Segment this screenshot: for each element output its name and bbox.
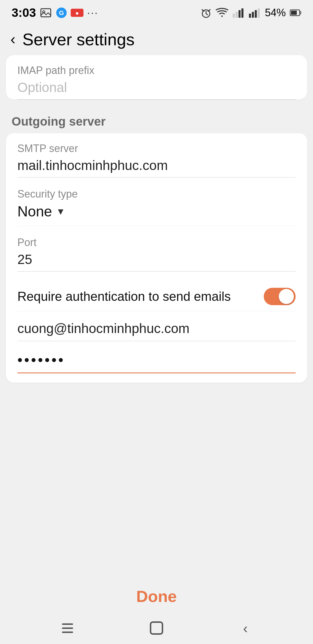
outgoing-server-heading: Outgoing server (0, 106, 313, 133)
port-field: Port 25 (17, 236, 296, 272)
back-button-nav[interactable]: ‹ (234, 619, 257, 637)
home-icon (150, 621, 163, 635)
imap-card: IMAP path prefix Optional (6, 55, 307, 100)
gps-icon: G (55, 6, 68, 19)
imap-prefix-field: IMAP path prefix Optional (17, 64, 296, 100)
svg-rect-10 (241, 8, 243, 18)
smtp-server-label: SMTP server (17, 142, 296, 155)
imap-prefix-input[interactable]: Optional (17, 79, 296, 100)
require-auth-label: Require authentication to send emails (17, 288, 264, 305)
username-field: cuong@tinhocminhphuc.com (17, 321, 296, 341)
signal-icon (232, 7, 245, 18)
security-type-label: Security type (17, 188, 296, 200)
status-icons: G ■ ··· (39, 6, 99, 19)
top-bar: ‹ Server settings (0, 23, 313, 55)
more-icon: ··· (86, 6, 99, 19)
outgoing-server-card: SMTP server mail.tinhocminhphuc.com Secu… (6, 133, 307, 383)
svg-rect-14 (258, 8, 260, 18)
done-button[interactable]: Done (136, 587, 177, 606)
smtp-server-field: SMTP server mail.tinhocminhphuc.com (17, 142, 296, 178)
bottom-nav: ‹ (0, 612, 313, 644)
chevron-down-icon: ▼ (56, 206, 65, 217)
home-button[interactable] (145, 619, 168, 637)
page-title: Server settings (22, 30, 134, 49)
require-auth-row[interactable]: Require authentication to send emails (17, 282, 296, 311)
svg-text:■: ■ (76, 11, 79, 16)
status-bar-left: 3:03 G ■ (12, 6, 99, 20)
wifi-icon (216, 7, 228, 18)
svg-rect-9 (239, 10, 241, 18)
recent-apps-button[interactable] (56, 619, 79, 637)
battery-percent: 54% (265, 7, 286, 19)
status-time: 3:03 (12, 6, 36, 20)
svg-rect-13 (255, 10, 257, 18)
security-type-dropdown[interactable]: None ▼ (17, 203, 296, 226)
svg-rect-16 (291, 11, 297, 15)
status-bar-right: 54% (201, 7, 301, 19)
security-type-value: None (17, 203, 52, 220)
status-bar: 3:03 G ■ (0, 0, 313, 23)
svg-rect-11 (249, 14, 251, 18)
port-label: Port (17, 236, 296, 249)
username-input[interactable]: cuong@tinhocminhphuc.com (17, 321, 296, 341)
svg-rect-0 (41, 9, 51, 17)
done-button-area: Done (0, 580, 313, 612)
svg-rect-7 (233, 14, 235, 18)
imap-prefix-label: IMAP path prefix (17, 64, 296, 77)
smtp-server-input[interactable]: mail.tinhocminhphuc.com (17, 158, 296, 178)
toggle-knob (279, 289, 294, 304)
svg-text:G: G (59, 9, 64, 17)
back-button[interactable]: ‹ (10, 32, 15, 47)
password-field: ••••••• (17, 352, 296, 373)
battery-icon (290, 9, 301, 17)
security-type-field: Security type None ▼ (17, 188, 296, 226)
require-auth-toggle[interactable] (264, 288, 296, 305)
recent-apps-icon (62, 623, 73, 633)
alarm-icon (201, 7, 212, 18)
image-icon (39, 6, 52, 19)
back-icon: ‹ (243, 620, 248, 636)
password-input[interactable]: ••••••• (17, 352, 296, 373)
media-icon: ■ (71, 6, 83, 19)
signal-icon-2 (249, 7, 261, 18)
port-input[interactable]: 25 (17, 252, 296, 272)
svg-rect-12 (252, 12, 254, 18)
svg-rect-8 (236, 12, 238, 18)
